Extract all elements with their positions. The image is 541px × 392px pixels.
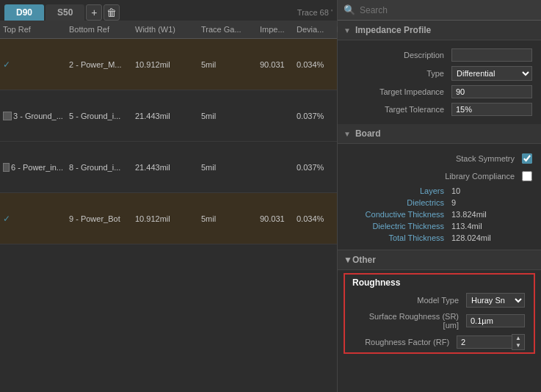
- impedance-profile-content: Description Type Single-ended Differenti…: [338, 40, 541, 124]
- surface-roughness-row: Surface Roughness (SR) [um]: [345, 310, 534, 332]
- table-row[interactable]: ✓ 2 - Power_M... 10.912mil 5mil 90.031 0…: [0, 39, 337, 90]
- checkmark-icon: ✓: [3, 59, 10, 70]
- target-impedance-input[interactable]: [451, 85, 532, 98]
- spinner-up-button[interactable]: ▲: [512, 335, 524, 342]
- collapse-arrow-icon: ▼: [344, 26, 351, 35]
- target-tolerance-input[interactable]: [451, 103, 532, 116]
- delete-tab-button[interactable]: 🗑: [104, 4, 120, 21]
- col-trace-gap: Trace Ga...: [198, 23, 257, 35]
- surface-roughness-label: Surface Roughness (SR) [um]: [354, 312, 466, 330]
- row3-trace-gap: 5mil: [198, 161, 257, 173]
- row3-width: 21.443mil: [132, 161, 198, 173]
- description-input[interactable]: [451, 48, 532, 62]
- col-bottom-ref: Bottom Ref: [66, 23, 132, 35]
- row1-bottom-ref: 2 - Power_M...: [66, 59, 132, 70]
- total-thickness-row: Total Thickness 128.024mil: [338, 232, 541, 244]
- roughness-factor-row: Roughness Factor (RF) ▲ ▼: [345, 332, 534, 352]
- dielectrics-value: 9: [451, 198, 532, 207]
- type-label: Type: [346, 69, 451, 78]
- right-panel: 🔍 ▼ Impedance Profile Description Type S…: [338, 0, 541, 392]
- board-content: Stack Symmetry Library Compliance Layers…: [338, 144, 541, 250]
- checkbox-icon: [3, 163, 10, 172]
- roughness-factor-input[interactable]: [457, 335, 512, 349]
- row2-trace-gap: 5mil: [198, 110, 257, 122]
- row2-check[interactable]: 3 - Ground_...: [0, 110, 66, 122]
- roughness-factor-label: Roughness Factor (RF): [354, 338, 457, 346]
- roughness-title: Roughness: [345, 275, 534, 291]
- row1-width: 10.912mil: [132, 59, 198, 70]
- target-impedance-label: Target Impedance: [346, 87, 451, 96]
- target-impedance-row: Target Impedance: [338, 83, 541, 101]
- row4-trace-gap: 5mil: [198, 213, 257, 225]
- search-bar: 🔍: [338, 0, 541, 21]
- dielectric-thickness-label: Dielectric Thickness: [346, 222, 451, 231]
- stack-symmetry-row: Stack Symmetry: [338, 150, 541, 167]
- row3-impedance: [257, 166, 294, 169]
- row1-delay: 0.145: [334, 59, 337, 70]
- row1-impedance: 90.031: [257, 59, 294, 70]
- stack-symmetry-checkbox[interactable]: [522, 153, 532, 164]
- model-type-row: Model Type Huray Sn Groisse None: [345, 291, 534, 310]
- checkbox-icon: [3, 112, 12, 120]
- table-row[interactable]: 6 - Power_in... 8 - Ground_i... 21.443mi…: [0, 142, 337, 193]
- roughness-section: Roughness Model Type Huray Sn Groisse No…: [344, 273, 535, 354]
- conductive-thickness-value: 13.824mil: [451, 210, 532, 219]
- row4-check[interactable]: ✓: [0, 212, 66, 225]
- library-compliance-label: Library Compliance: [346, 172, 522, 181]
- row1-trace-gap: 5mil: [198, 59, 257, 70]
- row4-delay: 0.145: [334, 213, 337, 225]
- layers-row: Layers 10: [338, 185, 541, 197]
- collapse-arrow-icon: ▼: [344, 255, 352, 265]
- table-row[interactable]: 3 - Ground_... 5 - Ground_i... 21.443mil…: [0, 90, 337, 142]
- table-body: ✓ 2 - Power_M... 10.912mil 5mil 90.031 0…: [0, 39, 337, 392]
- dielectrics-label: Dielectrics: [346, 198, 451, 207]
- row4-bottom-ref: 9 - Power_Bot: [66, 213, 132, 225]
- add-tab-button[interactable]: +: [86, 4, 102, 21]
- library-compliance-checkbox[interactable]: [522, 171, 532, 181]
- conductive-thickness-row: Conductive Thickness 13.824mil: [338, 208, 541, 220]
- model-type-select[interactable]: Huray Sn Groisse None: [466, 293, 525, 308]
- trace-title: Trace 68 ': [297, 8, 333, 17]
- row3-delay: [334, 166, 337, 169]
- collapse-arrow-icon: ▼: [344, 130, 351, 138]
- row1-check[interactable]: ✓: [0, 58, 66, 71]
- impedance-profile-section-header[interactable]: ▼ Impedance Profile: [338, 21, 541, 40]
- layers-value: 10: [451, 186, 532, 195]
- stack-symmetry-label: Stack Symmetry: [346, 154, 522, 163]
- other-section-header[interactable]: ▼ Other: [338, 250, 541, 270]
- surface-roughness-input[interactable]: [466, 314, 525, 327]
- spinner-buttons: ▲ ▼: [512, 334, 525, 350]
- row3-deviation: 0.037%: [294, 161, 334, 173]
- table-header: Top Ref Bottom Ref Width (W1) Trace Ga..…: [0, 21, 337, 39]
- row2-delay: [334, 115, 337, 117]
- roughness-factor-spinner[interactable]: ▲ ▼: [457, 334, 525, 350]
- layers-label: Layers: [346, 186, 451, 195]
- board-section-header[interactable]: ▼ Board: [338, 124, 541, 144]
- left-panel: D90 S50 + 🗑 Trace 68 ' Top Ref Bottom Re…: [0, 0, 338, 392]
- table-row[interactable]: ✓ 9 - Power_Bot 10.912mil 5mil 90.031 0.…: [0, 193, 337, 244]
- other-label: Other: [352, 255, 376, 265]
- tab-s50[interactable]: S50: [46, 4, 84, 21]
- spinner-down-button[interactable]: ▼: [512, 342, 524, 349]
- dielectrics-row: Dielectrics 9: [338, 197, 541, 208]
- row2-bottom-ref: 5 - Ground_i...: [66, 110, 132, 122]
- type-select[interactable]: Single-ended Differential: [451, 66, 532, 81]
- col-deviation: Devia...: [294, 23, 334, 35]
- search-input[interactable]: [360, 5, 535, 15]
- model-type-label: Model Type: [354, 296, 466, 305]
- tab-bar: D90 S50 + 🗑 Trace 68 ': [0, 0, 337, 21]
- row2-impedance: [257, 115, 294, 117]
- row3-bottom-ref: 8 - Ground_i...: [66, 161, 132, 173]
- description-row: Description: [338, 46, 541, 64]
- description-label: Description: [346, 51, 451, 59]
- row3-check[interactable]: 6 - Power_in...: [0, 161, 66, 173]
- type-row: Type Single-ended Differential: [338, 64, 541, 83]
- checkmark-icon: ✓: [3, 214, 10, 224]
- impedance-profile-label: Impedance Profile: [355, 25, 431, 35]
- col-top-ref: Top Ref: [0, 23, 66, 35]
- tab-d90[interactable]: D90: [4, 4, 44, 21]
- dielectric-thickness-row: Dielectric Thickness 113.4mil: [338, 220, 541, 232]
- target-tolerance-row: Target Tolerance: [338, 101, 541, 118]
- row1-deviation: 0.034%: [294, 59, 334, 70]
- stack-symmetry-checkbox-wrap: [522, 153, 532, 164]
